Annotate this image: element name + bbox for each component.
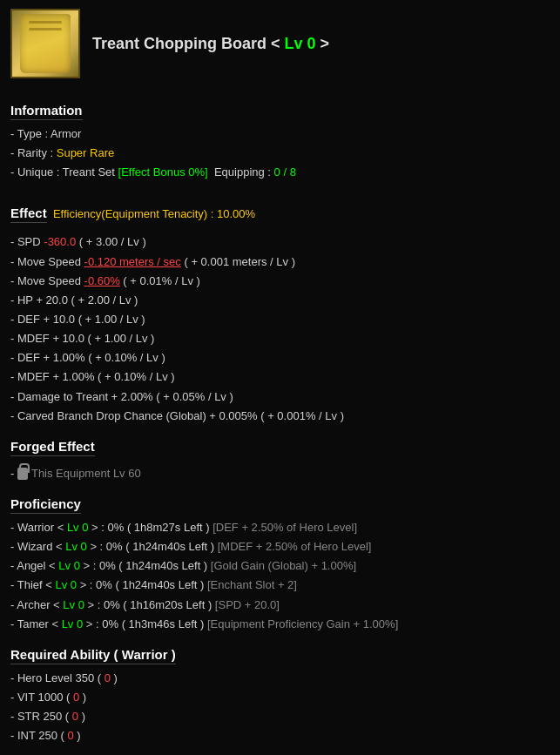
effect-line-hp: - HP + 20.0 ( + 2.00 / Lv ) [10,292,550,309]
archer-lv: Lv 0 [63,598,84,611]
information-title: Information [10,103,83,120]
item-level: Lv 0 [285,35,316,52]
vit-value: 0 [73,691,79,704]
efficiency-label: Efficiency(Equipment Tenacity) : 10.00% [53,207,255,220]
effect-line-def2: - DEF + 1.00% ( + 0.10% / Lv ) [10,349,550,367]
equipping-value: 0 / 8 [274,165,296,179]
req-hero-level: - Hero Level 350 ( 0 ) [10,670,550,687]
lock-icon [17,468,28,480]
effect-title: Effect [10,206,47,223]
information-section: Information - Type : Armor - Rarity : Su… [10,91,550,181]
prof-angel: - Angel < Lv 0 > : 0% ( 1h24m40s Left ) … [10,557,550,575]
title-prefix: Treant Chopping Board < [92,35,285,52]
angel-lv: Lv 0 [58,559,80,572]
tamer-lv: Lv 0 [62,617,84,630]
item-header: Treant Chopping Board < Lv 0 > [10,9,550,78]
str-value: 0 [72,710,78,723]
info-unique: - Unique : Treant Set [Effect Bonus 0%] … [10,164,550,181]
proficiency-section: Proficiency - Warrior < Lv 0 > : 0% ( 1h… [10,484,550,633]
tamer-bonus: [Equipment Proficiency Gain + 1.00%] [207,617,398,630]
item-icon [10,9,80,78]
forged-effect-section: Forged Effect - This Equipment Lv 60 [10,427,550,482]
info-type: - Type : Armor [10,125,550,143]
warrior-bonus: [DEF + 2.50% of Hero Level] [213,521,357,534]
effect-section: Effect Efficiency(Equipment Tenacity) : … [10,193,550,424]
warrior-lv: Lv 0 [67,521,89,534]
equipping-label: Equipping : [214,165,271,179]
wizard-bonus: [MDEF + 2.50% of Hero Level] [218,540,372,553]
required-ability-section: Required Ability ( Warrior ) - Hero Leve… [10,635,550,745]
effect-line-movespeed1: - Move Speed -0.120 meters / sec ( + 0.0… [10,253,550,271]
angel-bonus: [Gold Gain (Global) + 1.00%] [211,559,356,572]
prof-wizard: - Wizard < Lv 0 > : 0% ( 1h24m40s Left )… [10,538,550,556]
prof-warrior: - Warrior < Lv 0 > : 0% ( 1h8m27s Left )… [10,519,550,536]
effect-line-movespeed2: - Move Speed -0.60% ( + 0.01% / Lv ) [10,273,550,290]
prof-tamer: - Tamer < Lv 0 > : 0% ( 1h3m46s Left ) [… [10,616,550,633]
required-ability-title: Required Ability ( Warrior ) [10,647,176,664]
item-title: Treant Chopping Board < Lv 0 > [92,35,329,53]
effect-header: Effect Efficiency(Equipment Tenacity) : … [10,193,550,228]
archer-bonus: [SPD + 20.0] [215,598,280,611]
int-value: 0 [68,729,74,742]
locked-text: This Equipment Lv 60 [31,467,141,480]
hero-level-value: 0 [105,671,111,684]
proficiency-title: Proficiency [10,496,81,514]
effect-line-def1: - DEF + 10.0 ( + 1.00 / Lv ) [10,311,550,328]
info-rarity: - Rarity : Super Rare [10,145,550,162]
req-str: - STR 250 ( 0 ) [10,708,550,725]
effect-line-damage: - Damage to Treant + 2.00% ( + 0.05% / L… [10,388,550,406]
effect-bonus: [Effect Bonus 0%] [118,165,208,179]
forged-effect-title: Forged Effect [10,439,95,456]
effect-line-mdef1: - MDEF + 10.0 ( + 1.00 / Lv ) [10,330,550,347]
thief-bonus: [Enchant Slot + 2] [207,578,297,591]
effect-line-mdef2: - MDEF + 1.00% ( + 0.10% / Lv ) [10,368,550,386]
movespeed2-value: -0.60% [84,274,120,287]
forged-effect-line: - This Equipment Lv 60 [10,465,550,482]
req-vit: - VIT 1000 ( 0 ) [10,689,550,706]
spd-value: -360.0 [44,235,76,248]
thief-lv: Lv 0 [55,578,77,591]
rarity-value: Super Rare [57,146,114,159]
title-suffix: > [316,35,330,52]
prof-thief: - Thief < Lv 0 > : 0% ( 1h24m40s Left ) … [10,576,550,594]
prof-archer: - Archer < Lv 0 > : 0% ( 1h16m20s Left )… [10,597,550,614]
req-int: - INT 250 ( 0 ) [10,727,550,745]
movespeed1-value: -0.120 meters / sec [84,255,181,268]
effect-line-spd: - SPD -360.0 ( + 3.00 / Lv ) [10,233,550,251]
effect-line-drop: - Carved Branch Drop Chance (Global) + 0… [10,408,550,425]
item-icon-image [20,14,71,73]
wizard-lv: Lv 0 [65,540,87,553]
unique-prefix: - Unique : Treant Set [10,165,115,179]
